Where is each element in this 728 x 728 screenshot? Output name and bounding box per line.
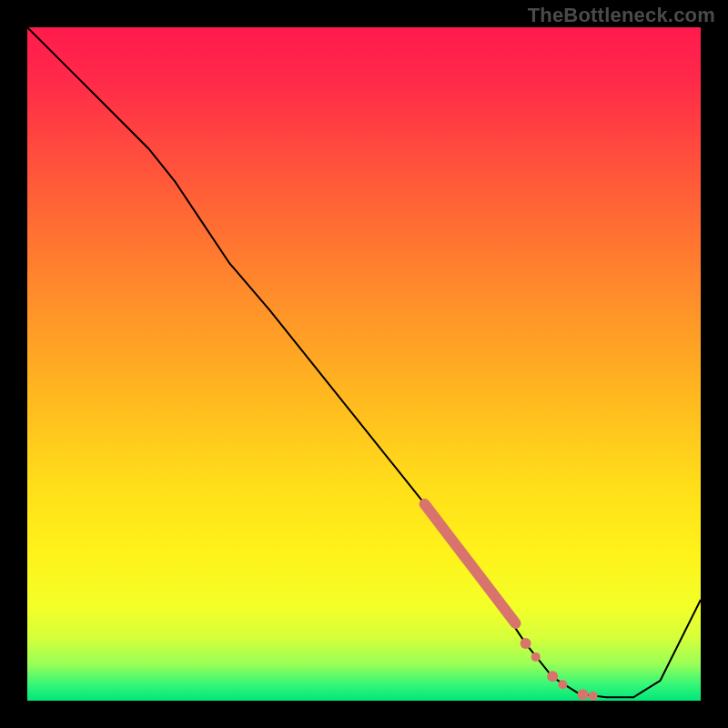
chart-stage: TheBottleneck.com: [0, 0, 728, 728]
highlight-dot: [578, 689, 589, 700]
highlight-dot: [558, 680, 567, 689]
highlight-dot: [589, 692, 598, 701]
bottleneck-chart: [0, 0, 728, 728]
highlight-dot: [521, 638, 531, 649]
highlight-dot: [531, 652, 541, 662]
watermark-text: TheBottleneck.com: [528, 4, 715, 27]
highlight-dot: [547, 671, 558, 682]
